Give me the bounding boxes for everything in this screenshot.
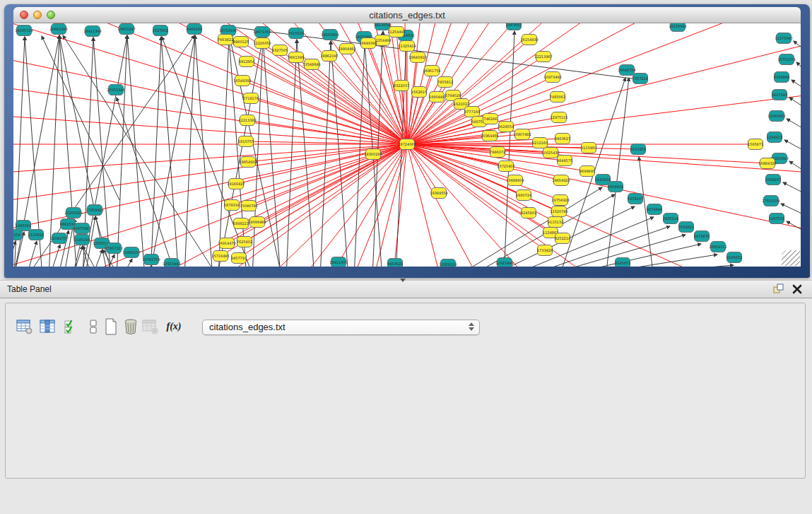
graph-node[interactable]: 1244413	[767, 132, 782, 143]
graph-node[interactable]: 16549392	[233, 76, 251, 86]
graph-node[interactable]: 39159	[13, 230, 23, 240]
graph-node[interactable]: 7663822	[218, 35, 233, 45]
graph-node[interactable]: 10958108	[439, 259, 457, 267]
graph-node[interactable]: 8252214	[555, 233, 570, 244]
graph-node[interactable]: 10958107	[122, 247, 140, 258]
graph-node[interactable]: 20364456	[481, 131, 498, 141]
graph-node[interactable]: 3624554	[498, 122, 514, 132]
import-table-icon[interactable]	[141, 317, 160, 336]
graph-node[interactable]: 12213967	[534, 52, 552, 62]
graph-node[interactable]: 7955812	[437, 77, 453, 88]
row-height-icon[interactable]	[84, 317, 102, 336]
graph-node[interactable]: 1595871	[748, 139, 763, 150]
graph-node[interactable]: 7625402	[237, 237, 252, 247]
graph-node[interactable]: 18640910	[408, 52, 426, 63]
graph-node[interactable]: 8960125	[233, 37, 249, 47]
graph-node[interactable]: 19756928	[551, 195, 569, 206]
graph-node[interactable]: 9463627	[555, 134, 570, 144]
graph-node[interactable]: 16782759	[142, 255, 160, 265]
graph-node[interactable]: 1115682	[28, 230, 44, 240]
graph-node[interactable]: 17957223	[105, 243, 122, 254]
select-rows-icon[interactable]	[62, 317, 81, 336]
graph-node[interactable]: 8958924	[608, 182, 623, 192]
graph-node[interactable]: 18300295	[364, 149, 382, 160]
graph-node[interactable]: 19904463	[338, 44, 355, 54]
graph-node[interactable]: 11173040	[775, 33, 792, 44]
graph-node[interactable]: 19384554	[430, 188, 447, 199]
graph-node[interactable]: 8322037	[394, 81, 409, 91]
graph-node[interactable]: 20053346	[107, 85, 124, 95]
graph-node[interactable]: 1167531	[769, 214, 784, 224]
table-selector-dropdown[interactable]: citations_edges.txt	[202, 320, 480, 335]
graph-node[interactable]: 18724007	[398, 139, 416, 150]
graph-node[interactable]: 1145194	[74, 235, 90, 245]
graph-node[interactable]: 6966160	[187, 24, 202, 35]
network-canvas[interactable]: 1403572420691406184113041065328715276026…	[13, 23, 801, 267]
graph-node[interactable]: 15751074	[777, 54, 795, 65]
graph-node[interactable]: 10688609	[506, 175, 524, 186]
graph-node[interactable]: 19654923	[552, 175, 570, 186]
graph-node[interactable]: 90975887	[73, 223, 90, 234]
graph-node[interactable]: 9212160	[532, 138, 548, 148]
graph-node[interactable]: 9861398	[288, 52, 304, 63]
graph-node[interactable]: 16648784	[618, 65, 635, 76]
graph-node[interactable]: 20206526	[64, 208, 82, 218]
graph-node[interactable]: 7485063	[550, 92, 565, 103]
graph-node[interactable]: 9245901	[521, 208, 536, 218]
close-panel-icon[interactable]	[792, 284, 802, 297]
graph-node[interactable]: 7615526	[288, 28, 304, 39]
graph-node[interactable]: 9245653	[615, 258, 630, 267]
graph-node[interactable]: 2935114	[663, 214, 678, 224]
graph-node[interactable]: 9227343	[772, 90, 787, 100]
graph-node[interactable]: 11254493	[387, 27, 405, 37]
graph-node[interactable]: 7357224	[632, 74, 648, 84]
graph-node[interactable]: 16154838	[520, 35, 538, 45]
graph-node[interactable]: 15046796	[240, 201, 257, 211]
graph-node[interactable]: 9699695	[579, 166, 595, 177]
graph-node[interactable]: 10653287	[117, 24, 135, 35]
graph-node[interactable]: 15716485	[211, 251, 229, 262]
graph-node[interactable]: 16649394	[359, 38, 377, 49]
new-table-icon[interactable]	[102, 317, 120, 336]
graph-node[interactable]: 9457791	[231, 253, 247, 264]
table-panel-header[interactable]: Table Panel	[0, 280, 812, 298]
graph-node[interactable]: 16914479	[218, 238, 235, 249]
graph-node[interactable]: 9115460	[581, 143, 596, 153]
graph-node[interactable]: 16884325	[758, 158, 776, 169]
graph-node[interactable]: 18411305	[329, 257, 347, 267]
graph-node[interactable]: 15720407	[497, 161, 514, 172]
graph-node[interactable]: 1733426	[537, 245, 553, 256]
graph-node[interactable]: 1589297	[765, 175, 781, 185]
graph-node[interactable]: 8471676	[694, 231, 710, 242]
graph-node[interactable]: 9463628	[387, 259, 403, 267]
graph-node[interactable]: 12093582	[767, 111, 785, 122]
graph-node[interactable]: 17359924	[86, 205, 103, 216]
graph-node[interactable]: 19166827	[227, 179, 245, 189]
graph-node[interactable]: 2718176	[243, 93, 259, 104]
network-window-titlebar[interactable]: citations_edges.txt	[13, 7, 801, 23]
function-builder-icon[interactable]: f(x)	[165, 317, 183, 336]
graph-node[interactable]: 7632621	[678, 222, 694, 233]
graph-node[interactable]: 9849575	[557, 156, 572, 166]
graph-node[interactable]: 9474444	[647, 204, 662, 215]
graph-node[interactable]: 11520746	[550, 206, 567, 217]
graph-node[interactable]: 10654112	[709, 242, 726, 252]
graph-node[interactable]: 9245652	[726, 252, 742, 263]
graph-node[interactable]: 2087682	[506, 23, 522, 30]
network-view-window[interactable]: citations_edges.txt 14035724206914061841…	[4, 4, 810, 278]
graph-node[interactable]: 10973493	[543, 72, 561, 83]
graph-node[interactable]: 9327505	[272, 45, 288, 56]
graph-node[interactable]: 20691406	[49, 24, 67, 35]
float-window-icon[interactable]	[773, 284, 784, 297]
graph-node[interactable]: 9329966	[774, 72, 789, 83]
column-edit-icon[interactable]	[38, 317, 57, 336]
graph-node[interactable]: 17016504	[762, 196, 779, 206]
graph-node[interactable]: 746266	[483, 114, 498, 124]
graph-node[interactable]: 14035724	[15, 25, 33, 36]
graph-node[interactable]: 10025438	[541, 148, 559, 158]
graph-node[interactable]: 6379197	[628, 194, 643, 204]
graph-node[interactable]: 12923449	[495, 258, 513, 267]
graph-node[interactable]: 18130544	[669, 23, 686, 32]
graph-node[interactable]: 12042757	[50, 233, 68, 244]
graph-node[interactable]: 1898221	[233, 218, 249, 229]
